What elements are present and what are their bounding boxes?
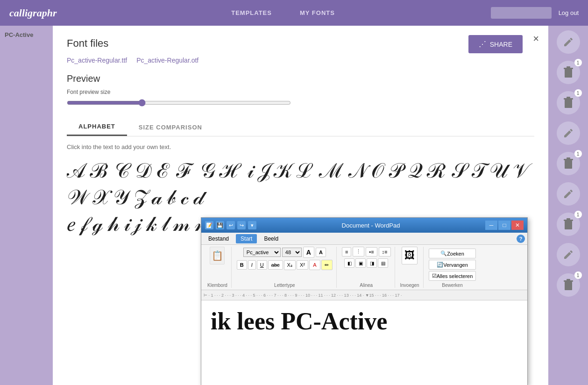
preview-tabs: ALPHABET SIZE COMPARISON — [67, 118, 534, 136]
font-link-otf[interactable]: Pc_active-Regular.otf — [136, 57, 198, 64]
share-icon: ⋰ — [479, 40, 486, 49]
wordpad-content[interactable]: ik lees PC-Active — [201, 300, 527, 385]
ribbon-font-section: Pc_active 48 A A B I U abc X₂ X² A ✏ Let… — [233, 247, 337, 288]
sidebar-icon-item-5[interactable] — [557, 243, 580, 266]
svg-rect-1 — [564, 68, 573, 69]
strikethrough-button[interactable]: abc — [268, 260, 283, 270]
font-files-links: Pc_active-Regular.ttf Pc_active-Regular.… — [67, 57, 534, 64]
edit-section-label: Bewerken — [442, 283, 462, 288]
align-right-button[interactable]: ◨ — [367, 258, 377, 268]
insert-picture-button[interactable]: 🖼 — [402, 247, 418, 264]
sidebar-trash-icon-2[interactable]: 1 — [557, 91, 580, 114]
wordpad-menu-beeld[interactable]: Beeld — [259, 234, 283, 243]
svg-rect-11 — [567, 218, 570, 220]
underline-button[interactable]: U — [257, 260, 267, 270]
wordpad-maximize-button[interactable]: □ — [498, 221, 510, 230]
subscript-button[interactable]: X₂ — [284, 260, 296, 270]
wordpad-help-button[interactable]: ? — [517, 235, 525, 243]
font-section-label: Lettertype — [274, 283, 295, 288]
sidebar-edit-icon-2[interactable] — [557, 121, 580, 145]
wordpad-save-icon[interactable]: 💾 — [216, 221, 224, 229]
svg-rect-9 — [565, 221, 572, 229]
wordpad-redo-icon[interactable]: ↪ — [237, 221, 246, 229]
font-name-select[interactable]: Pc_active — [243, 248, 281, 257]
font-size-slider[interactable] — [67, 99, 291, 107]
wordpad-menubar: Bestand Start Beeld ? — [201, 233, 527, 245]
align-justify-button[interactable]: ▤ — [378, 258, 388, 268]
font-grow-button[interactable]: A — [303, 247, 314, 258]
line-spacing-button[interactable]: ↕≡ — [379, 247, 391, 257]
replace-button[interactable]: 🔄 Vervangen — [429, 260, 476, 270]
wordpad-app-icon: 📝 — [205, 221, 213, 229]
app-logo: calligraphr — [9, 7, 57, 19]
insert-tools: 🖼 — [402, 247, 418, 264]
sidebar-edit-icon[interactable] — [557, 30, 580, 54]
list-unordered-button[interactable]: ≡ — [342, 247, 351, 257]
bullet-list-button[interactable]: •≡ — [366, 247, 377, 257]
font-size-select[interactable]: 48 — [282, 248, 302, 257]
wordpad-dropdown-icon[interactable]: ▾ — [248, 221, 256, 229]
nav-my-fonts[interactable]: MY FONTS — [300, 9, 335, 16]
list-ordered-button[interactable]: ⋮ — [353, 247, 364, 257]
share-button-label: SHARE — [490, 41, 512, 48]
italic-button[interactable]: I — [248, 260, 256, 270]
wordpad-ribbon: 📋 Klembord Pc_active 48 A A B I U abc X₂ — [201, 245, 527, 290]
svg-rect-10 — [564, 220, 573, 221]
nav-search-input[interactable] — [491, 7, 552, 19]
font-link-ttf[interactable]: Pc_active-Regular.ttf — [67, 57, 127, 64]
sidebar-trash-icon-4[interactable]: 1 — [557, 213, 580, 236]
bold-button[interactable]: B — [237, 260, 247, 270]
svg-rect-7 — [564, 159, 573, 160]
svg-rect-13 — [564, 280, 573, 282]
tab-alphabet[interactable]: ALPHABET — [67, 118, 127, 136]
align-row: ◧ ▣ ◨ ▤ — [344, 258, 388, 268]
font-shrink-button[interactable]: A — [316, 248, 326, 257]
highlight-button[interactable]: ✏ — [321, 260, 333, 270]
ribbon-paragraph-section: ≡ ⋮ •≡ ↕≡ ◧ ▣ ◨ ▤ Alinea — [338, 247, 395, 288]
sidebar-trash-icon-5[interactable]: 1 — [557, 273, 580, 297]
align-left-button[interactable]: ◧ — [344, 258, 354, 268]
sidebar-edit-icon-3[interactable] — [557, 182, 580, 206]
sidebar-trash-item-3[interactable]: 1 — [557, 152, 580, 175]
sidebar-trash-item-5[interactable]: 1 — [557, 273, 580, 297]
select-all-button[interactable]: ☑ Alles selecteren — [429, 271, 476, 281]
sidebar-trash-item-4[interactable]: 1 — [557, 213, 580, 236]
nav-logout[interactable]: Log out — [559, 9, 579, 16]
modal-close-button[interactable]: × — [533, 33, 539, 45]
sidebar-edit-icon-4[interactable] — [557, 243, 580, 266]
alphabet-line-1: 𝒜 ℬ 𝒞 𝒟 ℰ ℱ 𝒢 ℋ 𝒾 𝒥 𝒦 ℒ ℳ 𝒩 𝒪 𝒫 𝒬 ℛ 𝒮 𝒯 … — [67, 157, 534, 211]
sidebar-number-2: 1 — [574, 89, 582, 97]
sidebar-trash-icon-3[interactable]: 1 — [557, 152, 580, 175]
sidebar-trash-icon-1[interactable]: 1 — [557, 61, 580, 84]
nav-templates[interactable]: TEMPLATES — [231, 9, 272, 16]
tab-size-comparison[interactable]: SIZE COMPARISON — [127, 118, 214, 136]
wordpad-close-button[interactable]: ✕ — [511, 221, 524, 230]
sidebar-icon-item-3[interactable] — [557, 121, 580, 145]
find-button[interactable]: 🔍 Zoeken — [429, 249, 476, 258]
share-button[interactable]: ⋰ SHARE — [468, 35, 523, 53]
svg-rect-4 — [564, 98, 573, 100]
sidebar-icon-item-4[interactable] — [557, 182, 580, 206]
wordpad-minimize-button[interactable]: ─ — [485, 221, 497, 230]
wordpad-window-controls: ─ □ ✕ — [485, 221, 524, 230]
font-color-button[interactable]: A — [309, 260, 320, 270]
wordpad-menu-bestand[interactable]: Bestand — [204, 234, 234, 243]
font-tools-row1: Pc_active 48 A A — [243, 247, 326, 258]
ruler-marks: ⊢ · 1 · · · 2 · · · 3 · · · 4 · · · 5 · … — [204, 293, 402, 298]
superscript-button[interactable]: X² — [297, 260, 308, 270]
sidebar-number-1: 1 — [574, 59, 582, 66]
sidebar-trash-item-1[interactable]: 1 — [557, 61, 580, 84]
wordpad-menu-start[interactable]: Start — [236, 234, 257, 243]
sidebar-trash-item-2[interactable]: 1 — [557, 91, 580, 114]
wordpad-ruler: ⊢ · 1 · · · 2 · · · 3 · · · 4 · · · 5 · … — [201, 290, 527, 300]
align-center-button[interactable]: ▣ — [355, 258, 366, 268]
nav-right: Log out — [491, 7, 579, 19]
sidebar-edit-item[interactable] — [557, 30, 580, 54]
find-label: Zoeken — [447, 251, 464, 257]
sidebar-label: PC-Active — [0, 26, 53, 44]
svg-rect-8 — [567, 157, 570, 159]
insert-section-label: Invoegen — [400, 283, 419, 288]
wordpad-undo-icon[interactable]: ↩ — [227, 221, 235, 229]
nav-links: TEMPLATES MY FONTS — [75, 9, 490, 16]
font-format-row: B I U abc X₂ X² A ✏ — [237, 260, 333, 270]
